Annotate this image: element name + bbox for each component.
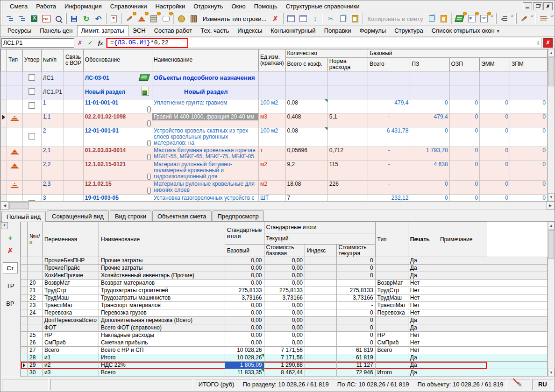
cell-print[interactable]: Да — [408, 265, 438, 272]
cell-base-value[interactable]: 0,00 — [225, 324, 264, 332]
cell-index[interactable] — [305, 302, 337, 309]
cell-approved[interactable] — [22, 147, 41, 161]
cell-code[interactable]: 02.2.01.02-1098 — [83, 113, 152, 127]
cell-num[interactable]: 2,3 — [41, 180, 64, 194]
cell-ozp[interactable]: 0 — [449, 194, 480, 201]
cell-unit[interactable] — [259, 85, 286, 99]
tab-konyunkturny[interactable]: Конъюнктурный — [266, 25, 320, 36]
tab-formuly[interactable]: Формулы — [356, 25, 391, 36]
cell-cost-current[interactable]: 61 819 — [336, 354, 375, 362]
overflow-chevron[interactable]: » — [510, 13, 515, 18]
cell-emm[interactable] — [480, 85, 510, 99]
list-icon[interactable] — [498, 13, 510, 25]
toolbar-grip[interactable] — [1, 13, 2, 24]
cell-base-total[interactable]: - — [368, 113, 410, 127]
cell-base-value[interactable]: 0,00 — [225, 280, 264, 287]
cell-pz[interactable]: 0 — [410, 127, 449, 147]
toolbar-grip[interactable] — [535, 13, 536, 24]
cell-print[interactable]: Да — [408, 362, 438, 369]
sort-icon[interactable] — [309, 13, 321, 25]
cell-vor-link[interactable] — [64, 194, 83, 201]
cell-emm[interactable] — [480, 71, 510, 85]
cell-note[interactable] — [438, 317, 487, 324]
cell-norm[interactable]: 226 — [327, 180, 368, 194]
cell-pz[interactable]: 0 — [410, 194, 449, 201]
cell-num[interactable] — [28, 272, 43, 280]
cell-num[interactable] — [28, 265, 43, 272]
menu-strukturnye-spravochniki[interactable]: Структурные справочники — [282, 1, 364, 11]
price-pr-icon[interactable] — [478, 13, 490, 25]
row-marker[interactable] — [21, 280, 28, 287]
horizontal-scrollbar[interactable]: ◀ ▶ — [0, 202, 555, 210]
cell-name[interactable]: Прочие затраты — [99, 257, 225, 265]
row-marker[interactable] — [21, 272, 28, 280]
cell-name[interactable]: Трудозатраты машинистов — [99, 294, 225, 302]
cell-num[interactable]: 25 — [28, 332, 43, 339]
cell-variable[interactable]: ПрочиеБезПНР — [42, 257, 99, 265]
cell-code[interactable]: 19-01-003-05+ — [83, 194, 152, 201]
formula-input[interactable]: ={ЛЗ.ОБ.И1}*0,22 ▲▼ — [106, 38, 541, 48]
cell-norm[interactable] — [327, 127, 368, 147]
cell-type[interactable] — [7, 71, 23, 85]
formula-spinner[interactable]: ▲▼ — [535, 40, 541, 46]
approve-checkbox[interactable] — [28, 102, 35, 109]
cell-name[interactable]: Всего — [99, 369, 225, 377]
cell-print[interactable]: Да — [408, 272, 438, 280]
cell-code[interactable]: 12.1.02.15-0121 — [83, 161, 152, 180]
menu-rabota[interactable]: Работа — [32, 1, 60, 11]
tab-spisok-otkrytyh-okon[interactable]: Список открытых окон▼ — [427, 25, 505, 36]
toolbar-grip[interactable] — [282, 13, 283, 24]
cell-emm[interactable]: 0 — [480, 194, 510, 201]
cell-ozp[interactable]: 0 — [449, 147, 480, 161]
cell-type[interactable]: ВозврМат — [375, 280, 408, 287]
delete-row-icon[interactable]: ✗ — [269, 13, 281, 25]
cell-name[interactable]: Итого — [99, 354, 225, 362]
cell-index[interactable] — [305, 294, 337, 302]
row-marker[interactable] — [1, 85, 7, 99]
cell-type[interactable] — [375, 265, 408, 272]
tab-sostav-rabot[interactable]: Состав работ — [150, 25, 196, 36]
cell-type[interactable] — [375, 272, 408, 280]
cell-name[interactable]: Уплотнение грунта: гравием — [152, 99, 259, 113]
cell-type[interactable]: ТрудМаш — [375, 294, 408, 302]
cell-base-value[interactable]: 0,00 — [225, 302, 264, 309]
cell-type[interactable] — [7, 147, 23, 161]
cell-variable[interactable]: ПрочиеПрайс — [42, 265, 99, 272]
tab-popravki[interactable]: Поправки — [320, 25, 356, 36]
cell-pz[interactable]: 479,4 — [410, 113, 449, 127]
cell-norm[interactable] — [327, 194, 368, 201]
cell-type[interactable] — [7, 127, 23, 147]
row-marker[interactable] — [21, 309, 28, 317]
cell-zpm[interactable]: 0 — [510, 194, 547, 201]
cell-zpm[interactable] — [510, 71, 547, 85]
cell-note[interactable] — [438, 294, 487, 302]
cell-variable[interactable]: ТрудМаш — [42, 294, 99, 302]
cell-emm[interactable]: 0 — [480, 113, 510, 127]
cell-cost-current[interactable]: 72 946 — [336, 369, 375, 377]
cell-qty[interactable]: 7 — [285, 194, 327, 201]
cell-type[interactable] — [7, 99, 23, 113]
cell-name[interactable]: Хозяйственный инвентарь (Прочие) — [99, 272, 225, 280]
cell-base-total[interactable] — [368, 85, 410, 99]
comment-icon[interactable] — [160, 13, 172, 25]
cell-emm[interactable]: 0 — [480, 127, 510, 147]
cell-index[interactable] — [305, 332, 337, 339]
toolbar-grip[interactable] — [495, 13, 496, 24]
cell-unit[interactable]: ШТ — [259, 194, 286, 201]
vertical-scrollbar[interactable]: ▲ ▼ — [548, 49, 555, 201]
cell-unit[interactable] — [259, 71, 286, 85]
insert-tree-icon[interactable] — [16, 13, 28, 25]
cell-base-total[interactable]: 232,12 — [368, 194, 410, 201]
cell-code[interactable]: 12.1.02.15 — [83, 180, 152, 194]
language-indicator[interactable]: RU — [532, 379, 553, 390]
cell-approved[interactable] — [22, 71, 41, 85]
cell-base-value[interactable]: 0,00 — [225, 265, 264, 272]
cell-cost-base[interactable]: 7 171,56 — [264, 347, 305, 354]
cell-variable[interactable]: и1 — [42, 354, 99, 362]
approve-checkbox[interactable] — [28, 88, 35, 95]
cell-vor-link[interactable] — [64, 180, 83, 194]
cell-cost-current[interactable]: 0 — [336, 257, 375, 265]
cell-num[interactable]: 30 — [28, 369, 43, 377]
remove-row-icon[interactable]: ✗ — [5, 245, 15, 256]
minimize-button[interactable] — [523, 2, 532, 10]
